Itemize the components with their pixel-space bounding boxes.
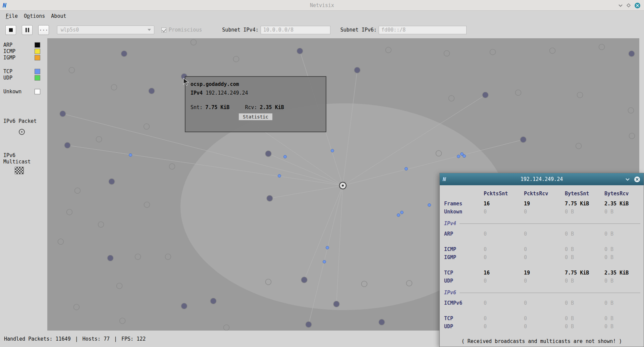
idle-host-node[interactable] [169,164,175,169]
idle-host-node[interactable] [191,40,197,45]
idle-host-node[interactable] [490,49,496,55]
menu-options[interactable]: Options [21,11,48,21]
idle-host-node[interactable] [144,202,150,208]
host-node[interactable] [265,151,271,157]
window-maximize-icon[interactable] [626,3,631,8]
host-node[interactable] [267,195,273,201]
host-node[interactable] [107,255,113,261]
idle-host-node[interactable] [449,96,454,101]
idle-host-node[interactable] [550,48,555,54]
host-node[interactable] [629,51,635,57]
legend-item-igmp: IGMP [3,54,40,61]
interface-select[interactable]: wlp5s0 [57,26,154,34]
stat-row-label: UDP [444,324,484,330]
host-node[interactable] [301,277,307,283]
idle-host-node[interactable] [444,51,450,56]
statistic-button[interactable]: Statistic [238,113,273,120]
statistic-footer-note: ( Received broadcasts and multicasts are… [440,338,644,344]
host-node[interactable] [60,111,66,117]
tcp-packet-dot [326,246,329,249]
idle-host-node[interactable] [144,124,150,130]
host-node[interactable] [210,298,216,304]
stat-value: 2.35 KiB [604,270,640,276]
legend-protocols: ARPICMPIGMPTCPUDPUnkown [3,42,47,95]
idle-host-node[interactable] [165,254,171,260]
section-divider [460,293,640,293]
host-node[interactable] [149,88,155,94]
idle-host-node[interactable] [386,47,391,53]
idle-host-node[interactable] [576,143,582,149]
statistic-window-controls [625,173,640,185]
idle-host-node[interactable] [224,325,229,331]
more-options-button[interactable]: ... [38,25,49,35]
stat-value: 0 B [604,231,640,237]
tcp-packet-dot [457,155,460,158]
tooltip-hostname: ocsp.godaddy.com [191,81,321,87]
host-node[interactable] [297,48,303,54]
idle-host-node[interactable] [120,318,125,324]
stat-row-icmp: ICMP000 B0 B [444,245,640,253]
host-node[interactable] [121,51,127,57]
section-divider [460,224,640,224]
app-logo-icon: N [3,2,6,9]
idle-host-node[interactable] [58,239,64,245]
host-node[interactable] [482,92,488,98]
stat-value: 0 B [604,246,640,252]
pause-capture-button[interactable] [22,25,33,35]
idle-host-node[interactable] [75,188,80,194]
stat-value: 0 B [604,209,640,215]
idle-host-node[interactable] [516,90,521,96]
column-bytessnt: BytesSnt [565,191,604,197]
legend-label: IGMP [3,55,35,61]
igmp-color-swatch [35,55,40,60]
host-node[interactable] [520,137,526,143]
idle-host-node[interactable] [98,222,104,228]
host-node[interactable] [64,142,70,148]
subnet-ipv4-input[interactable] [261,26,330,34]
idle-host-node[interactable] [69,67,75,73]
tcp-packet-dot [323,260,326,263]
statistic-window-shade-icon[interactable] [625,177,630,182]
stop-capture-button[interactable] [5,25,16,35]
statistic-window-titlebar[interactable]: N 192.124.249.24 [440,173,644,185]
stat-value: 0 [484,254,524,260]
subnet-ipv6-input[interactable] [379,26,467,34]
idle-host-node[interactable] [629,133,635,139]
idle-host-node[interactable] [233,56,239,62]
idle-host-node[interactable] [111,85,117,90]
window-shade-icon[interactable] [618,3,623,8]
host-node[interactable] [181,303,187,309]
stat-row-label: UDP [444,278,484,284]
idle-host-node[interactable] [117,283,122,289]
statistic-window-close-button[interactable] [634,176,640,183]
legend-item-udp: UDP [3,75,40,81]
host-node[interactable] [109,179,115,185]
stat-value: 0 [484,315,524,321]
idle-host-node[interactable] [577,92,583,98]
menu-file[interactable]: File [3,11,21,21]
section-ipv6: IPv6 [444,289,640,296]
legend-panel: ARPICMPIGMPTCPUDPUnkown IPv6 Packet IPv6… [0,38,47,331]
idle-host-node[interactable] [67,209,72,215]
window-close-button[interactable] [634,2,641,9]
stat-row-frames: Frames16197.75 KiB2.35 KiB [444,200,640,208]
idle-host-node[interactable] [74,304,79,310]
idle-host-node[interactable] [628,108,634,113]
host-node[interactable] [333,301,339,307]
menu-about[interactable]: About [48,11,69,21]
tooltip-ip-value: 192.124.249.24 [206,90,248,96]
host-node[interactable] [354,67,360,73]
icmp-color-swatch [35,49,40,54]
idle-host-node[interactable] [599,44,605,50]
window-controls [618,0,641,11]
idle-host-node[interactable] [96,137,102,142]
stat-value: 0 B [604,300,640,306]
section-title: IPv6 [444,290,456,296]
legend-label: Unkown [3,89,35,95]
mouse-cursor [183,78,190,87]
promiscious-checkbox[interactable] [161,28,166,33]
host-node[interactable] [379,319,385,325]
host-node[interactable] [306,321,312,328]
idle-host-node[interactable] [135,254,141,260]
stat-value: 0 [484,231,524,237]
